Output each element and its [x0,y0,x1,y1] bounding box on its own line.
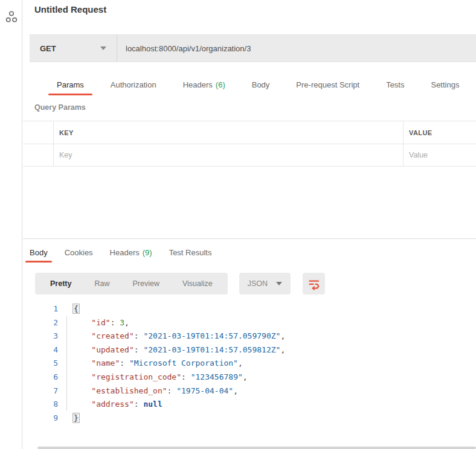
url-bar: GET [30,34,476,62]
code-text: "registration_code": "123456789", [58,371,248,384]
response-tabs: Body Cookies Headers (9) Test Results [25,244,224,263]
wrap-lines-icon [307,278,320,290]
key-column-header: KEY [53,121,403,144]
tab-headers[interactable]: Headers (6) [175,75,234,95]
response-body-code: 1{2 "id": 3,3 "created": "2021-03-19T01:… [23,302,476,445]
line-number: 7 [23,384,58,398]
code-line: 8 "address": null [23,398,476,412]
code-line: 6 "registration_code": "123456789", [23,371,476,384]
view-mode-group: Pretty Raw Preview Visualize [35,273,228,295]
tab-authorization[interactable]: Authorization [102,75,165,95]
tab-label: Headers [183,80,213,89]
value-column-header: VALUE [403,121,476,144]
format-dropdown-label: JSON [248,279,268,288]
tab-body[interactable]: Body [243,75,278,95]
tab-label: Pre-request Script [296,80,359,89]
code-line: 1{ [23,302,476,316]
line-number: 1 [23,302,58,316]
horizontal-scrollbar[interactable] [37,447,476,449]
code-text: "name": "Microsoft Corporation", [58,357,243,371]
code-text: "id": 3, [58,316,129,330]
code-line: 2 "id": 3, [23,316,476,330]
left-sidebar-rail [0,0,22,449]
response-tab-cookies[interactable]: Cookies [60,244,97,263]
value-cell [403,144,476,166]
line-number: 9 [23,412,58,425]
response-headers-count-badge: (9) [143,248,152,257]
tab-label: Body [252,80,270,89]
tab-label: Body [30,248,48,257]
url-input[interactable] [117,35,476,62]
code-text: } [58,412,80,425]
line-number: 2 [23,316,58,330]
tab-settings[interactable]: Settings [422,75,468,95]
api-client-window: Untitled Request GET Params Authorizatio… [0,0,476,449]
code-text: "address": null [58,398,162,412]
tab-label: Headers [110,248,140,257]
tab-label: Params [57,80,84,89]
code-line: 7 "established_on": "1975-04-04", [23,384,476,398]
request-panel: Untitled Request GET Params Authorizatio… [23,0,476,449]
request-title: Untitled Request [34,4,106,14]
wrap-lines-button[interactable] [303,273,325,295]
query-params-table: KEY VALUE [23,121,476,167]
response-panel: Body Cookies Headers (9) Test Results Pr… [23,238,476,449]
indent-guide [66,316,67,411]
tab-label: Authorization [111,80,156,89]
line-number: 4 [23,343,58,357]
tab-label: Tests [386,80,404,89]
view-raw-button[interactable]: Raw [83,279,121,288]
tab-pre-request-script[interactable]: Pre-request Script [288,75,368,95]
response-tab-test-results[interactable]: Test Results [165,244,216,263]
value-input[interactable] [404,144,476,166]
code-text: { [58,302,80,316]
chevron-down-icon [276,282,282,285]
code-line: 5 "name": "Microsoft Corporation", [23,357,476,371]
line-number: 8 [23,398,58,412]
row-handle-cell [23,144,53,166]
code-line: 9} [23,412,476,425]
http-method-dropdown[interactable]: GET [30,35,117,62]
code-line: 4 "updated": "2021-03-19T01:14:57.059812… [23,343,476,357]
view-pretty-button[interactable]: Pretty [39,279,83,288]
collections-icon[interactable] [5,10,18,24]
table-row [23,144,476,167]
key-input[interactable] [54,144,403,166]
tab-label: Cookies [65,248,93,257]
table-header-row: KEY VALUE [23,121,476,144]
line-number: 3 [23,330,58,343]
headers-count-badge: (6) [216,80,225,89]
request-tabs: Params Authorization Headers (6) Body Pr… [48,75,476,95]
code-text: "established_on": "1975-04-04", [58,384,238,398]
view-visualize-button[interactable]: Visualize [171,279,224,288]
format-dropdown[interactable]: JSON [239,273,291,295]
code-line: 3 "created": "2021-03-19T01:14:57.059790… [23,330,476,343]
http-method-label: GET [40,44,56,53]
tab-label: Test Results [169,248,212,257]
response-tab-headers[interactable]: Headers (9) [106,244,156,263]
code-lines: 1{2 "id": 3,3 "created": "2021-03-19T01:… [23,302,476,425]
tab-label: Settings [431,80,459,89]
code-text: "created": "2021-03-19T01:14:57.059790Z"… [58,330,285,343]
tab-tests[interactable]: Tests [378,75,413,95]
line-number: 5 [23,357,58,371]
key-cell [53,144,403,166]
row-handle-cell [23,121,53,144]
query-params-label: Query Params [34,103,86,112]
response-tab-body[interactable]: Body [25,244,52,263]
response-view-toolbar: Pretty Raw Preview Visualize JSON [35,273,325,295]
line-number: 6 [23,371,58,384]
chevron-down-icon [100,46,106,50]
view-preview-button[interactable]: Preview [121,279,170,288]
tab-params[interactable]: Params [48,75,92,95]
code-text: "updated": "2021-03-19T01:14:57.059812Z"… [58,343,285,357]
